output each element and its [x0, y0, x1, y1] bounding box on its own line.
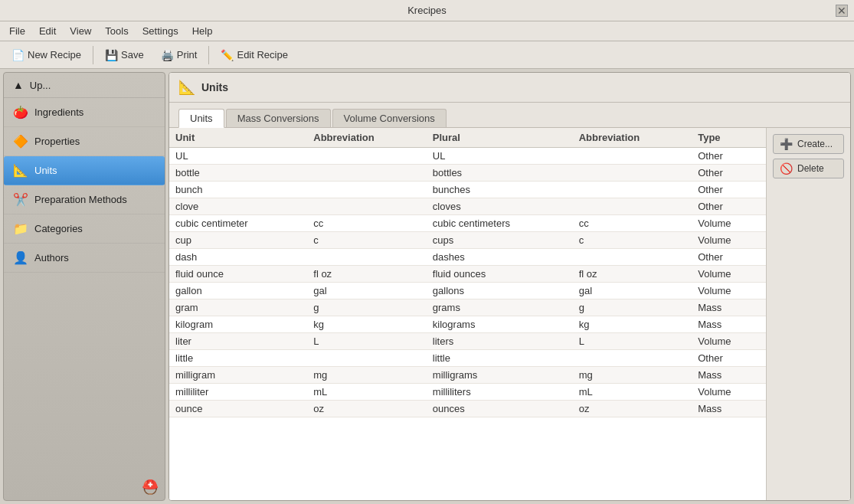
cell-unit: milligram [169, 367, 307, 384]
menu-file[interactable]: File [3, 24, 31, 38]
save-button[interactable]: 💾 Save [98, 46, 151, 64]
cell-plural: gallons [427, 283, 573, 299]
menu-settings[interactable]: Settings [136, 24, 185, 38]
table-row[interactable]: bunchbunchesOther [169, 182, 766, 198]
cell-type: Volume [692, 232, 766, 249]
col-plural-abbr: Abbreviation [573, 128, 692, 148]
sidebar-item-authors[interactable]: 👤 Authors [4, 244, 165, 273]
cell-unit: dash [169, 249, 307, 266]
table-row[interactable]: ULULOther [169, 148, 766, 165]
cell-abbr [307, 249, 427, 266]
authors-icon: 👤 [13, 250, 28, 266]
ingredients-icon: 🍅 [13, 105, 28, 120]
cell-plural_abbr: oz [573, 401, 692, 417]
sidebar-label-categories: Categories [34, 223, 83, 234]
units-table-wrapper[interactable]: Unit Abbreviation Plural Abbreviation Ty… [169, 128, 766, 500]
tab-units[interactable]: Units [178, 109, 224, 128]
close-button[interactable]: ✕ [836, 5, 848, 17]
table-header-row: Unit Abbreviation Plural Abbreviation Ty… [169, 128, 766, 148]
cell-plural: bottles [427, 165, 573, 182]
menu-view[interactable]: View [64, 24, 97, 38]
col-unit: Unit [169, 128, 307, 148]
cell-plural_abbr [573, 165, 692, 182]
table-row[interactable]: littlelittleOther [169, 350, 766, 367]
table-row[interactable]: cloveclovesOther [169, 198, 766, 215]
cell-abbr [307, 165, 427, 182]
cell-plural: kilograms [427, 316, 573, 333]
cell-plural_abbr: L [573, 333, 692, 350]
table-row[interactable]: literLlitersLVolume [169, 333, 766, 350]
tab-content: Unit Abbreviation Plural Abbreviation Ty… [169, 127, 850, 500]
action-panel: ➕ Create... 🚫 Delete [766, 128, 850, 500]
cell-unit: clove [169, 198, 307, 215]
cell-type: Other [692, 350, 766, 367]
delete-label: Delete [797, 163, 824, 174]
table-row[interactable]: kilogramkgkilogramskgMass [169, 316, 766, 333]
table-row[interactable]: gramggramsgMass [169, 299, 766, 316]
cell-plural_abbr [573, 182, 692, 198]
create-button[interactable]: ➕ Create... [773, 134, 844, 154]
cell-plural: milligrams [427, 367, 573, 384]
table-row[interactable]: millilitermLmillilitersmLVolume [169, 384, 766, 401]
content-panel: 📐 Units Units Mass Conversions Volume Co… [169, 72, 851, 501]
sidebar-item-properties[interactable]: 🔶 Properties [4, 127, 165, 156]
table-row[interactable]: dashdashesOther [169, 249, 766, 266]
table-row[interactable]: cubic centimetercccubic centimetersccVol… [169, 215, 766, 232]
table-row[interactable]: fluid ouncefl ozfluid ouncesfl ozVolume [169, 266, 766, 283]
window-title: Krecipes [18, 5, 836, 16]
cell-unit: cup [169, 232, 307, 249]
print-button[interactable]: 🖨️ Print [154, 46, 205, 64]
tab-volume[interactable]: Volume Conversions [332, 109, 447, 127]
cell-abbr: gal [307, 283, 427, 299]
cell-unit: little [169, 350, 307, 367]
table-row[interactable]: milligrammgmilligramsmgMass [169, 367, 766, 384]
cell-type: Other [692, 182, 766, 198]
table-row[interactable]: ounceozouncesozMass [169, 401, 766, 417]
cell-plural: cloves [427, 198, 573, 215]
cell-plural: bunches [427, 182, 573, 198]
table-row[interactable]: cupccupscVolume [169, 232, 766, 249]
title-bar: Krecipes ✕ [0, 0, 854, 21]
content-header-title: Units [201, 81, 228, 93]
menu-help[interactable]: Help [186, 24, 219, 38]
sidebar-item-units[interactable]: 📐 Units [4, 156, 165, 185]
new-recipe-button[interactable]: 📄 New Recipe [5, 46, 88, 64]
cell-unit: fluid ounce [169, 266, 307, 283]
help-icon[interactable]: ⛑️ [142, 479, 159, 496]
units-table: Unit Abbreviation Plural Abbreviation Ty… [169, 128, 766, 417]
cell-unit: bottle [169, 165, 307, 182]
cell-abbr [307, 182, 427, 198]
table-row[interactable]: gallongalgallonsgalVolume [169, 283, 766, 299]
cell-plural_abbr: mL [573, 384, 692, 401]
edit-recipe-button[interactable]: ✏️ Edit Recipe [214, 46, 294, 64]
cell-abbr: kg [307, 316, 427, 333]
cell-plural: milliliters [427, 384, 573, 401]
tab-bar: Units Mass Conversions Volume Conversion… [169, 103, 850, 127]
cell-plural_abbr [573, 350, 692, 367]
table-row[interactable]: bottlebottlesOther [169, 165, 766, 182]
tab-mass[interactable]: Mass Conversions [226, 109, 331, 127]
menu-edit[interactable]: Edit [33, 24, 62, 38]
menu-tools[interactable]: Tools [99, 24, 134, 38]
cell-type: Volume [692, 283, 766, 299]
sidebar-item-ingredients[interactable]: 🍅 Ingredients [4, 98, 165, 127]
up-icon: ▲ [13, 79, 24, 91]
cell-plural: ounces [427, 401, 573, 417]
cell-abbr: c [307, 232, 427, 249]
cell-abbr [307, 350, 427, 367]
menu-bar: File Edit View Tools Settings Help [0, 21, 854, 41]
categories-icon: 📁 [13, 221, 28, 237]
col-abbr: Abbreviation [307, 128, 427, 148]
sidebar-item-preparation[interactable]: ✂️ Preparation Methods [4, 185, 165, 214]
delete-icon: 🚫 [780, 162, 793, 175]
cell-plural_abbr: c [573, 232, 692, 249]
edit-recipe-icon: ✏️ [221, 49, 234, 61]
up-button[interactable]: ▲ Up... [4, 73, 165, 98]
print-icon: 🖨️ [161, 49, 174, 61]
units-icon: 📐 [13, 163, 28, 178]
cell-type: Mass [692, 299, 766, 316]
sidebar-item-categories[interactable]: 📁 Categories [4, 214, 165, 244]
delete-button[interactable]: 🚫 Delete [773, 159, 844, 178]
cell-unit: ounce [169, 401, 307, 417]
cell-abbr: g [307, 299, 427, 316]
